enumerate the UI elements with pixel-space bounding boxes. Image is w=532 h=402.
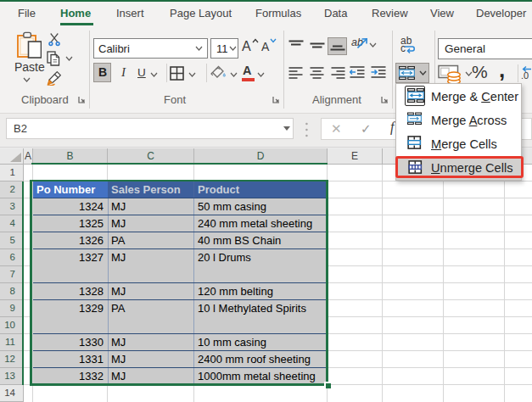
svg-text:.0: .0 [521, 70, 529, 81]
